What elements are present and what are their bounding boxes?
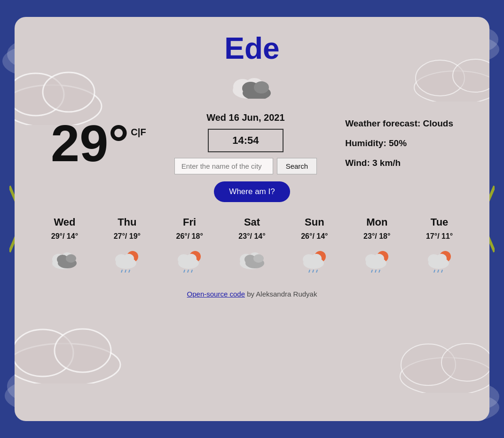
forecast-day-fri: Fri 26°/ 18° bbox=[158, 216, 221, 276]
svg-line-82 bbox=[441, 270, 442, 273]
forecast-day-name-sun: Sun bbox=[305, 216, 324, 228]
svg-point-21 bbox=[414, 71, 489, 102]
svg-line-66 bbox=[309, 270, 310, 273]
forecast-temps-sun: 26°/ 14° bbox=[301, 232, 328, 241]
forecast-temps-tue: 17°/ 11° bbox=[426, 232, 453, 241]
forecast-day-name-mon: Mon bbox=[366, 216, 387, 228]
svg-line-47 bbox=[125, 270, 126, 273]
footer: Open-source code by Aleksandra Rudyak bbox=[187, 290, 317, 298]
svg-point-19 bbox=[15, 73, 64, 116]
svg-line-81 bbox=[438, 270, 439, 273]
search-button[interactable]: Search bbox=[277, 158, 317, 174]
svg-point-29 bbox=[441, 344, 489, 381]
open-source-link[interactable]: Open-source code bbox=[187, 290, 245, 298]
forecast-icon-thu bbox=[113, 246, 141, 276]
svg-line-54 bbox=[188, 270, 189, 273]
svg-line-53 bbox=[184, 270, 185, 273]
forecast-icon-fri bbox=[175, 246, 204, 276]
svg-point-41 bbox=[66, 254, 76, 263]
forecast-label: Weather forecast: Clouds bbox=[345, 118, 453, 129]
main-card: Ede 29° C|F Wed 16 Jun, 2021 14:54 Searc… bbox=[15, 17, 489, 421]
svg-line-46 bbox=[121, 270, 122, 273]
temperature-block: 29° C|F bbox=[51, 117, 146, 169]
svg-point-25 bbox=[15, 329, 73, 376]
time-display: 14:54 bbox=[208, 129, 283, 152]
forecast-day-sat: Sat 23°/ 14° bbox=[221, 216, 284, 276]
search-row: Search bbox=[174, 158, 317, 174]
wind-label: Wind: 3 km/h bbox=[345, 158, 453, 168]
temperature-value: 29° bbox=[51, 117, 129, 169]
svg-point-45 bbox=[124, 254, 134, 263]
svg-point-24 bbox=[15, 344, 120, 383]
forecast-day-mon: Mon 23°/ 18° bbox=[346, 216, 408, 276]
card-cloud-right-top-icon bbox=[410, 45, 489, 102]
svg-point-52 bbox=[186, 254, 197, 263]
search-input[interactable] bbox=[174, 158, 273, 174]
svg-line-75 bbox=[379, 270, 380, 273]
svg-point-72 bbox=[374, 254, 384, 263]
forecast-temps-thu: 27°/ 19° bbox=[114, 232, 141, 241]
forecast-day-name-fri: Fri bbox=[183, 216, 196, 228]
svg-line-80 bbox=[434, 270, 435, 273]
svg-point-22 bbox=[416, 60, 465, 96]
svg-point-28 bbox=[401, 344, 456, 385]
forecast-icon-sat bbox=[238, 246, 266, 273]
center-info: Wed 16 Jun, 2021 14:54 Search bbox=[174, 112, 317, 174]
forecast-day-tue: Tue 17°/ 11° bbox=[408, 216, 471, 276]
forecast-temps-fri: 26°/ 18° bbox=[176, 232, 203, 241]
card-cloud-left-bottom-icon bbox=[15, 313, 123, 383]
svg-line-48 bbox=[129, 270, 130, 273]
svg-line-73 bbox=[371, 270, 372, 273]
forecast-icon-tue bbox=[425, 246, 454, 276]
svg-point-20 bbox=[43, 72, 94, 112]
forecast-day-thu: Thu 27°/ 19° bbox=[96, 216, 158, 276]
footer-suffix: by Aleksandra Rudyak bbox=[245, 290, 317, 298]
forecast-day-wed: Wed 29°/ 14° bbox=[33, 216, 96, 276]
svg-point-26 bbox=[55, 329, 111, 372]
temperature-unit: C|F bbox=[131, 127, 146, 138]
forecast-temps-wed: 29°/ 14° bbox=[51, 232, 78, 241]
svg-point-65 bbox=[311, 254, 322, 263]
svg-line-67 bbox=[313, 270, 314, 273]
card-cloud-right-bottom-icon bbox=[395, 327, 489, 393]
where-am-i-button[interactable]: Where am I? bbox=[214, 181, 290, 202]
city-title: Ede bbox=[224, 31, 279, 66]
forecast-temps-mon: 23°/ 18° bbox=[363, 232, 390, 241]
middle-section: 29° C|F Wed 16 Jun, 2021 14:54 Search We… bbox=[33, 112, 471, 174]
forecast-day-name-sat: Sat bbox=[244, 216, 260, 228]
main-weather-icon bbox=[231, 70, 273, 105]
svg-line-68 bbox=[316, 270, 317, 273]
forecast-icon-wed bbox=[50, 246, 79, 273]
date-display: Wed 16 Jun, 2021 bbox=[206, 112, 284, 123]
humidity-label: Humidity: 50% bbox=[345, 138, 453, 149]
svg-line-55 bbox=[191, 270, 192, 273]
svg-point-35 bbox=[254, 81, 269, 94]
forecast-temps-sat: 23°/ 14° bbox=[238, 232, 265, 241]
forecast-day-name-thu: Thu bbox=[118, 216, 136, 228]
svg-point-79 bbox=[436, 254, 447, 263]
forecast-icon-sun bbox=[300, 246, 329, 276]
svg-point-27 bbox=[400, 358, 489, 393]
forecast-icon-mon bbox=[363, 246, 391, 276]
forecast-section: Wed 29°/ 14° Thu 27°/ 19° bbox=[33, 216, 471, 276]
svg-point-61 bbox=[253, 254, 264, 263]
forecast-day-name-tue: Tue bbox=[431, 216, 448, 228]
right-weather-info: Weather forecast: Clouds Humidity: 50% W… bbox=[345, 118, 453, 168]
forecast-day-name-wed: Wed bbox=[54, 216, 75, 228]
svg-line-74 bbox=[375, 270, 376, 273]
forecast-day-sun: Sun 26°/ 14° bbox=[283, 216, 346, 276]
svg-point-23 bbox=[453, 59, 489, 92]
